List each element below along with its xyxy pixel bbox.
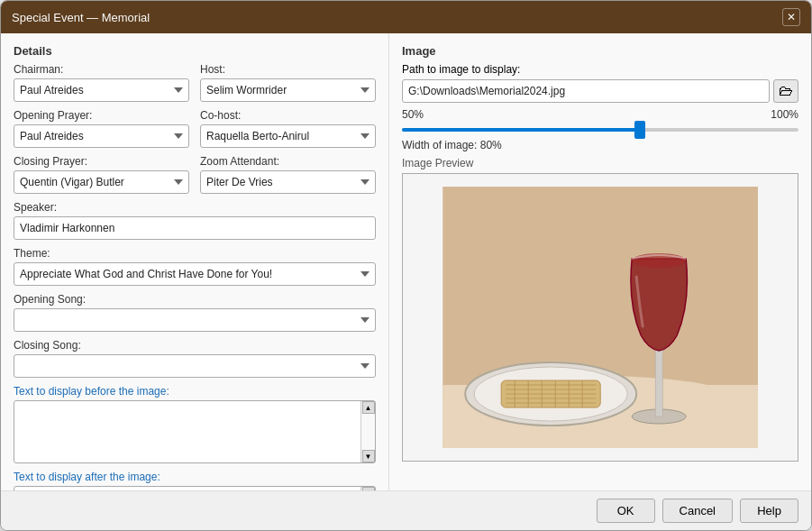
zoom-labels: 50% 100% [402,108,798,121]
opening-prayer-group: Opening Prayer: Paul Atreides [14,109,189,148]
speaker-label: Speaker: [14,201,376,214]
text-after-container: ▲ ▼ [14,486,376,490]
closing-zoom-row: Closing Prayer: Quentin (Vigar) Butler Z… [14,155,376,194]
theme-select[interactable]: Appreciate What God and Christ Have Done… [14,262,376,286]
text-before-input[interactable] [14,401,360,462]
closing-song-label: Closing Song: [14,339,376,352]
opening-song-label: Opening Song: [14,293,376,306]
closing-prayer-select[interactable]: Quentin (Vigar) Butler [14,170,189,194]
slider-thumb[interactable] [634,121,645,139]
browse-icon: 🗁 [779,83,793,99]
opening-prayer-select[interactable]: Paul Atreides [14,124,189,148]
host-group: Host: Selim Wormrider [200,63,376,102]
text-before-container: ▲ ▼ [14,400,376,463]
text-after-scrollbar[interactable]: ▲ ▼ [360,487,375,490]
chairman-label: Chairman: [14,63,189,76]
zoom-max-label: 100% [771,108,798,121]
opening-song-select[interactable] [14,308,376,332]
title-bar: Special Event — Memorial ✕ [1,1,811,33]
scroll-track [361,414,375,450]
browse-button[interactable]: 🗁 [773,79,798,103]
path-label: Path to image to display: [402,63,798,76]
zoom-attendant-select[interactable]: Piter De Vries [200,170,376,194]
speaker-input[interactable] [14,216,376,240]
theme-label: Theme: [14,247,376,260]
text-after-group: Text to display after the image: ▲ ▼ [14,471,376,490]
cohost-label: Co-host: [200,109,376,122]
text-after-label: Text to display after the image: [14,471,376,483]
cohost-group: Co-host: Raquella Berto-Anirul [200,109,376,148]
text-before-group: Text to display before the image: ▲ ▼ [14,385,376,463]
dialog-special-event: Special Event — Memorial ✕ Details Chair… [0,0,812,531]
zoom-attendant-group: Zoom Attendant: Piter De Vries [200,155,376,194]
scroll-up-arrow2[interactable]: ▲ [362,487,375,490]
opening-prayer-label: Opening Prayer: [14,109,189,122]
image-section-label: Image [402,44,798,58]
image-preview-label: Image Preview [402,157,798,169]
scroll-up-arrow[interactable]: ▲ [362,401,375,414]
ok-button[interactable]: OK [597,499,655,523]
prayer-cohost-row: Opening Prayer: Paul Atreides Co-host: R… [14,109,376,148]
width-label: Width of image: 80% [402,139,798,151]
closing-prayer-label: Closing Prayer: [14,155,189,168]
text-after-input[interactable] [14,487,360,490]
zoom-min-label: 50% [402,108,424,121]
image-preview-box [402,173,798,462]
memorial-image-svg [442,187,758,448]
left-panel: Details Chairman: Paul Atreides Host: Se… [1,33,388,490]
chairman-group: Chairman: Paul Atreides [14,63,189,102]
title-bar-text: Special Event — Memorial [12,11,150,24]
slider-fill [402,128,640,132]
closing-song-group: Closing Song: [14,339,376,378]
cohost-select[interactable]: Raquella Berto-Anirul [200,124,376,148]
dialog-footer: OK Cancel Help [1,490,811,530]
dialog-body: Details Chairman: Paul Atreides Host: Se… [1,33,811,490]
closing-prayer-group: Closing Prayer: Quentin (Vigar) Butler [14,155,189,194]
slider-track [402,128,798,132]
host-label: Host: [200,63,376,76]
text-before-scrollbar[interactable]: ▲ ▼ [360,401,375,462]
path-row: 🗁 [402,79,798,103]
details-label: Details [14,44,376,58]
opening-song-group: Opening Song: [14,293,376,332]
zoom-attendant-label: Zoom Attendant: [200,155,376,168]
chairman-select[interactable]: Paul Atreides [14,78,189,102]
scroll-down-arrow[interactable]: ▼ [362,450,375,462]
path-input[interactable] [402,79,770,103]
right-panel: Image Path to image to display: 🗁 50% 10… [388,33,811,490]
theme-group: Theme: Appreciate What God and Christ Ha… [14,247,376,286]
svg-rect-18 [655,349,662,417]
cancel-button[interactable]: Cancel [662,499,733,523]
speaker-group: Speaker: [14,201,376,240]
closing-song-select[interactable] [14,354,376,378]
close-button[interactable]: ✕ [782,8,800,26]
text-before-label: Text to display before the image: [14,385,376,398]
slider-container [402,128,798,132]
help-button[interactable]: Help [740,499,798,523]
host-select[interactable]: Selim Wormrider [200,78,376,102]
chairman-host-row: Chairman: Paul Atreides Host: Selim Worm… [14,63,376,102]
